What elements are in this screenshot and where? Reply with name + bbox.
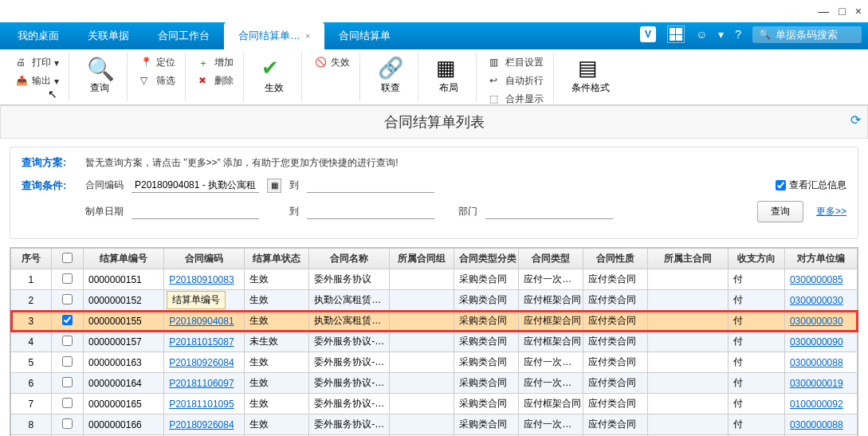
row-checkbox[interactable]: [62, 336, 73, 346]
cell-link[interactable]: 0300000085: [790, 274, 843, 285]
close-icon[interactable]: ×: [855, 5, 862, 18]
refresh-icon[interactable]: ⟳: [850, 112, 861, 128]
dept-input[interactable]: [485, 204, 613, 219]
row-checkbox[interactable]: [62, 418, 73, 429]
table-cell: 未生效: [245, 332, 309, 352]
cell-link[interactable]: 0300000088: [790, 419, 843, 430]
table-cell: 应付一次…: [519, 352, 583, 373]
locate-button[interactable]: 📍定位: [137, 54, 179, 71]
table-cell: 采购类合同: [454, 269, 519, 290]
col-settle-no[interactable]: 结算单编号: [84, 249, 164, 269]
query-submit-button[interactable]: 查询: [757, 201, 803, 222]
qr-icon[interactable]: [667, 26, 685, 43]
table-row[interactable]: 40000000157P20181015087未生效委外服务协议-…采购类合同应…: [11, 332, 858, 352]
barcode-search-input[interactable]: [776, 29, 855, 41]
table-row[interactable]: 60000000164P20181106097生效委外服务协议-…采购类合同应付…: [11, 373, 858, 394]
row-checkbox[interactable]: [62, 315, 73, 325]
layout-button[interactable]: ▦布局: [428, 54, 469, 96]
table-row[interactable]: 200000001524081生效执勤公寓租赁…采购类合同应付框架合同应付类合同…: [11, 290, 858, 311]
table-cell: 4: [11, 332, 52, 352]
row-checkbox[interactable]: [62, 398, 73, 408]
table-cell: [51, 352, 83, 373]
table-row[interactable]: 30000000155P20180904081生效执勤公寓租赁…采购类合同应付框…: [11, 311, 858, 332]
col-chk[interactable]: [51, 249, 83, 269]
export-button[interactable]: 📤输出 ▾: [13, 73, 62, 89]
cell-link[interactable]: P20181106097: [169, 378, 234, 389]
col-nature[interactable]: 合同性质: [583, 249, 648, 269]
row-checkbox[interactable]: [62, 377, 73, 387]
picker-icon[interactable]: ▦: [267, 179, 281, 193]
filter-button[interactable]: ▽筛选: [137, 73, 179, 89]
tab-close-icon[interactable]: ×: [305, 31, 310, 41]
table-cell: 应付类合同: [583, 269, 648, 290]
print-button[interactable]: 🖨打印 ▾: [13, 54, 62, 71]
cell-link[interactable]: 0300000030: [790, 295, 843, 306]
cell-link[interactable]: P20181101095: [169, 399, 234, 410]
printer-icon: 🖨: [16, 57, 29, 69]
colset-button[interactable]: ▥栏目设置: [486, 54, 547, 71]
smiley-icon[interactable]: ☺: [696, 28, 707, 41]
void-button[interactable]: 🚫失效: [312, 54, 353, 71]
cell-link[interactable]: P20180904081: [169, 316, 234, 327]
cell-link[interactable]: 0300000088: [790, 357, 843, 368]
link-button[interactable]: 🔗联查: [370, 54, 411, 96]
row-checkbox[interactable]: [62, 273, 73, 284]
maximize-icon[interactable]: □: [839, 5, 845, 18]
table-row[interactable]: 70000000165P20181101095生效委外服务协议-…采购类合同应付…: [11, 394, 858, 414]
table-cell: 采购类合同: [454, 290, 519, 311]
row-checkbox[interactable]: [62, 294, 73, 304]
barcode-search[interactable]: 🔍: [752, 26, 862, 43]
col-group[interactable]: 所属合同组: [390, 249, 454, 269]
minimize-icon[interactable]: —: [818, 5, 829, 18]
col-status[interactable]: 结算单状态: [245, 249, 309, 269]
void-icon: 🚫: [315, 57, 328, 69]
row-checkbox[interactable]: [62, 356, 73, 367]
effect-button[interactable]: ✔生效: [253, 54, 295, 96]
table-cell: 应付一次…: [519, 414, 583, 435]
summary-checkbox[interactable]: [776, 180, 786, 191]
query-button[interactable]: 🔍查询: [79, 54, 120, 96]
cell-link[interactable]: P20180926084: [169, 357, 234, 368]
col-main[interactable]: 所属主合同: [647, 249, 728, 269]
table-cell: 0300000030: [784, 290, 857, 311]
table-row[interactable]: 50000000163P20180926084生效委外服务协议-…采购类合同应付…: [11, 352, 858, 373]
query-scheme-label: 查询方案:: [22, 155, 77, 170]
delete-button[interactable]: ✖删除: [195, 73, 237, 89]
nav-tab[interactable]: 我的桌面: [3, 22, 73, 49]
cell-link[interactable]: P20181015087: [169, 336, 234, 348]
cell-link[interactable]: 0300000030: [790, 316, 843, 327]
table-cell: [390, 290, 454, 311]
col-cat[interactable]: 合同类型分类: [454, 249, 519, 269]
col-seq[interactable]: 序号: [11, 249, 52, 269]
cell-link[interactable]: P20180926084: [169, 419, 234, 430]
add-button[interactable]: ＋增加: [195, 54, 237, 71]
col-code[interactable]: 合同编码: [164, 249, 245, 269]
table-cell: 采购类合同: [454, 311, 519, 332]
more-link[interactable]: 更多>>: [816, 205, 846, 218]
col-type[interactable]: 合同类型: [519, 249, 583, 269]
cell-link[interactable]: 0300000019: [790, 378, 843, 389]
select-all-checkbox[interactable]: [62, 253, 73, 263]
contract-code-to-input[interactable]: [307, 178, 434, 193]
cell-link[interactable]: 0300000090: [790, 336, 843, 348]
condfmt-button[interactable]: ▤条件格式: [564, 54, 618, 96]
nav-tab[interactable]: 合同结算单…×: [224, 22, 324, 49]
contract-code-from-input[interactable]: [132, 178, 259, 193]
col-dir[interactable]: 收支方向: [729, 249, 785, 269]
col-name[interactable]: 合同名称: [309, 249, 390, 269]
autowrap-button[interactable]: ↩自动折行: [486, 73, 547, 89]
col-party[interactable]: 对方单位编: [784, 249, 857, 269]
table-cell: P20181015087: [164, 332, 245, 352]
help-icon[interactable]: ?: [735, 28, 741, 41]
nav-tab[interactable]: 合同结算单: [324, 22, 405, 49]
table-row[interactable]: 80000000166P20180926084生效委外服务协议-…采购类合同应付…: [11, 414, 858, 435]
nav-tab[interactable]: 合同工作台: [143, 22, 224, 49]
table-row[interactable]: 10000000151P20180910083生效委外服务协议采购类合同应付一次…: [11, 269, 858, 290]
dropdown-icon[interactable]: ▾: [718, 28, 724, 41]
cell-link[interactable]: 0100000092: [790, 399, 843, 410]
date-from-input[interactable]: [132, 204, 259, 219]
table-cell: 生效: [245, 352, 309, 373]
cell-link[interactable]: P20180910083: [169, 274, 234, 285]
date-to-input[interactable]: [307, 204, 434, 219]
nav-tab[interactable]: 关联单据: [73, 22, 143, 49]
